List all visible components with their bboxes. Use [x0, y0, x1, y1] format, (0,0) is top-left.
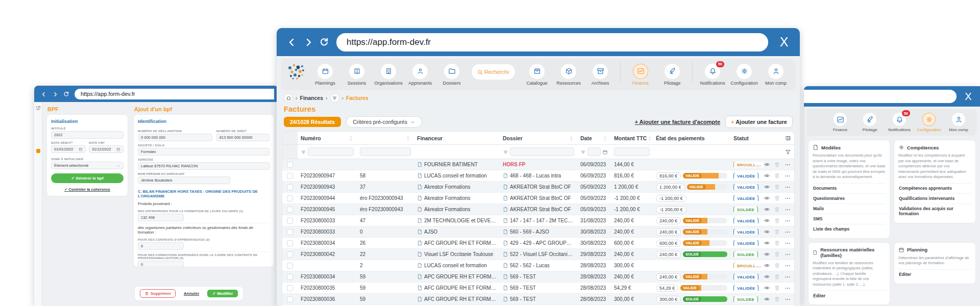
nav-item-dossiers[interactable]: Dossiers — [436, 64, 468, 86]
row-checkbox[interactable] — [287, 274, 293, 280]
trash-icon[interactable] — [774, 228, 780, 235]
sort-icon[interactable] — [602, 135, 608, 141]
more-actions-icon[interactable] — [784, 240, 791, 247]
forward-icon[interactable] — [50, 89, 61, 98]
nav-item-mon-comp[interactable]: Mon comp — [760, 64, 792, 86]
url-bar[interactable]: https://app.form-dev.fr — [336, 33, 768, 52]
trash-icon[interactable] — [774, 217, 780, 224]
siret-field[interactable]: 813 500 000 00000 — [216, 134, 270, 141]
panel-link[interactable]: Questionnaires — [813, 193, 886, 203]
nav-item-archives[interactable]: Archives — [584, 64, 616, 86]
cell-financeur[interactable]: LUCAS conseil et formation — [414, 263, 500, 269]
trash-icon[interactable] — [774, 172, 780, 179]
table-row[interactable]: F202308000330AJSO560 - 569 - AJSO30/08/2… — [282, 226, 794, 238]
refresh-icon[interactable] — [61, 89, 71, 98]
table-row[interactable]: F2023080003559AFC GROUPE RH ET FORMATION… — [282, 283, 794, 294]
back-icon[interactable] — [38, 89, 50, 98]
trash-icon[interactable] — [774, 206, 780, 213]
search-bar[interactable] — [472, 64, 515, 80]
cell-dossier[interactable]: 468 - 468 - Lucas intra — [500, 173, 577, 179]
sort-icon[interactable] — [348, 135, 354, 141]
cell-dossier[interactable]: 147 - 147 - 147 - 2M TECHNOLOGIE / Ac... — [500, 218, 577, 224]
row-checkbox[interactable] — [287, 218, 293, 224]
sort-icon[interactable] — [647, 135, 652, 141]
cell-dossier[interactable]: 429 - 429 - APC GROUPE RH ET FORMATION — [500, 240, 577, 246]
table-row[interactable]: 2LUCAS conseil et formation562 - 562 - L… — [282, 260, 794, 271]
trash-icon[interactable] — [774, 273, 780, 280]
eye-icon[interactable] — [764, 296, 770, 302]
columns-icon[interactable] — [785, 135, 791, 141]
trash-icon[interactable] — [774, 161, 780, 168]
more-actions-icon[interactable] — [784, 172, 791, 180]
row-checkbox[interactable] — [287, 162, 293, 168]
filter-input[interactable] — [360, 147, 411, 156]
column-header[interactable]: Financeur — [414, 135, 500, 141]
nav-item-finance[interactable]: Finance — [625, 64, 656, 86]
eye-icon[interactable] — [764, 273, 770, 280]
sort-icon[interactable] — [405, 135, 411, 141]
cell-dossier[interactable]: 562 - 562 - Lucas — [500, 263, 577, 269]
criteria-dropdown[interactable]: Critères pré-configurés — [346, 116, 422, 128]
close-window-button[interactable]: X — [962, 91, 975, 103]
more-actions-icon[interactable] — [784, 195, 791, 202]
bilan-field-input[interactable]: 132 496 — [138, 214, 184, 221]
societe-field[interactable]: Formdev — [138, 148, 270, 156]
search-input[interactable] — [483, 68, 510, 75]
eye-icon[interactable] — [764, 206, 770, 213]
more-actions-icon[interactable] — [784, 285, 791, 292]
menu-icon[interactable] — [330, 93, 339, 103]
date-fin-field[interactable]: 31/12/2022 — [89, 145, 124, 153]
filter-input[interactable] — [510, 147, 574, 156]
close-window-button[interactable]: X — [775, 35, 793, 49]
nav-item-mon-comp[interactable]: Mon comp — [944, 113, 973, 132]
cell-financeur[interactable]: AFC GROUPE RH ET FORMATION — [414, 296, 500, 302]
cell-dossier[interactable]: 569 - TEST — [500, 285, 577, 291]
filter-input[interactable] — [587, 147, 601, 156]
nav-item-notifications[interactable]: 50Notifications — [885, 113, 914, 132]
panel-link[interactable]: Liste des champs — [813, 224, 886, 234]
more-actions-icon[interactable] — [784, 206, 791, 213]
column-header[interactable]: État des paiements — [653, 135, 730, 141]
trash-icon[interactable] — [774, 195, 780, 201]
nav-item-ressources[interactable]: Ressources — [553, 64, 584, 86]
column-header[interactable]: Statut — [730, 135, 764, 141]
generer-bpf-button[interactable]: ✓ Générer le bpf — [51, 173, 124, 183]
cell-financeur[interactable]: Akreator Formations — [414, 184, 500, 190]
filter-lines-icon[interactable] — [301, 147, 306, 157]
table-row[interactable]: F2023080003426AFC GROUPE RH ET FORMATION… — [282, 238, 794, 249]
bilan-field-input[interactable]: 0 — [138, 242, 184, 250]
home-icon[interactable] — [284, 93, 293, 103]
cell-financeur[interactable]: AFC GROUPE RH ET FORMATION — [414, 285, 500, 291]
row-checkbox[interactable] — [287, 240, 293, 246]
cell-financeur[interactable]: LUCAS conseil et formation — [414, 173, 500, 179]
table-row[interactable]: FOURNIER BATIMENTHORS FP06/09/2023144,00… — [282, 159, 794, 170]
calendar-icon[interactable] — [602, 147, 608, 157]
table-row[interactable]: F2023080003459APC GROUPE RH ET FORMATION… — [282, 271, 794, 283]
eye-icon[interactable] — [764, 161, 770, 168]
cell-financeur[interactable]: 2M TECHNOLOGIE et DEVELOPPEMENT — [414, 218, 500, 224]
eye-icon[interactable] — [764, 251, 770, 258]
funnel-icon[interactable] — [785, 147, 791, 157]
column-header[interactable] — [357, 135, 414, 141]
row-checkbox[interactable] — [287, 285, 293, 291]
cell-financeur[interactable]: AFC GROUPE RH ET FORMATION — [414, 240, 500, 246]
cell-financeur[interactable]: Akreator Formations — [414, 207, 500, 213]
nav-item-organisations[interactable]: Organisations — [373, 64, 404, 86]
filter-lines-icon[interactable] — [503, 147, 508, 157]
nav-item-notifications[interactable]: 50Notifications — [697, 64, 728, 86]
cell-financeur[interactable]: AJSO — [414, 229, 500, 235]
row-checkbox[interactable] — [287, 251, 293, 258]
eye-icon[interactable] — [764, 240, 770, 246]
eye-icon[interactable] — [764, 228, 770, 235]
filter-lines-icon[interactable] — [580, 147, 586, 157]
panel-link[interactable]: Compétences apprenants — [898, 183, 971, 193]
column-header[interactable]: Montant TTC — [611, 135, 653, 141]
filter-input[interactable] — [308, 147, 354, 156]
cell-dossier[interactable]: HORS FP — [500, 162, 577, 167]
more-actions-icon[interactable] — [784, 296, 791, 303]
panel-link[interactable]: SMS — [813, 214, 886, 224]
add-acompte-button[interactable]: + Ajouter une facture d'acompte — [635, 119, 721, 125]
cell-financeur[interactable]: Akreator Formations — [414, 195, 500, 201]
trash-icon[interactable] — [774, 296, 780, 302]
table-row[interactable]: F20230800033472M TECHNOLOGIE et DEVELOPP… — [282, 215, 794, 226]
